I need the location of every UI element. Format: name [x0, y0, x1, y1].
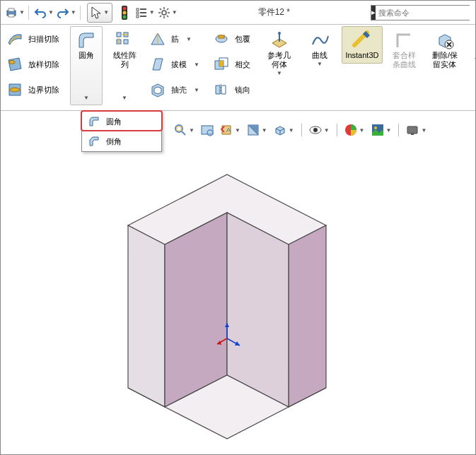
delete-keep-body-button[interactable]: 删除/保 留实体: [426, 26, 463, 73]
previous-view-icon[interactable]: A: [218, 122, 235, 138]
svg-rect-8: [137, 12, 139, 14]
chevron-down-icon[interactable]: ▼: [71, 9, 76, 16]
svg-point-43: [313, 128, 318, 132]
chevron-down-icon[interactable]: ▼: [48, 9, 54, 16]
instant3d-button[interactable]: Instant3D: [342, 26, 383, 64]
svg-point-6: [122, 15, 126, 18]
chevron-down-icon[interactable]: ▼: [19, 9, 25, 16]
undo-icon[interactable]: [33, 5, 48, 20]
model-3d: [1, 112, 475, 454]
svg-point-22: [9, 61, 15, 64]
swept-cut-icon: [6, 30, 24, 48]
svg-rect-23: [117, 32, 121, 37]
fillet-dropdown-menu: 圆角 倒角: [81, 111, 162, 152]
search-input[interactable]: [376, 6, 476, 20]
refgeom-label: 参考几 何体: [267, 51, 291, 69]
list-icon[interactable]: [134, 5, 149, 20]
svg-point-33: [278, 32, 281, 35]
composite-curve-button: 套合样 条曲线: [388, 26, 421, 73]
traffic-light-icon[interactable]: [117, 5, 132, 20]
scene-icon[interactable]: [369, 122, 386, 138]
command-search[interactable]: ▸: [371, 5, 470, 20]
reference-geometry-button[interactable]: 参考几 何体 ▼: [261, 26, 298, 81]
svg-rect-48: [411, 134, 414, 135]
intersect-button[interactable]: 相交: [210, 52, 255, 77]
fillet-icon: [76, 30, 97, 51]
wrap-button[interactable]: 包覆: [210, 26, 255, 52]
separator: [301, 124, 302, 136]
draft-icon: [149, 55, 167, 73]
view-orientation-icon[interactable]: [272, 122, 289, 138]
svg-rect-7: [137, 8, 139, 11]
lofted-cut-label: 放样切除: [28, 59, 59, 70]
chevron-down-icon: ▼: [186, 36, 192, 42]
chevron-down-icon[interactable]: ▼: [289, 127, 294, 134]
rib-button[interactable]: 筋 ▼: [146, 26, 204, 52]
linear-pattern-button[interactable]: 线性阵 列 ▼: [108, 26, 141, 105]
chevron-down-icon[interactable]: ▼: [262, 127, 267, 134]
select-tool[interactable]: ▼: [87, 3, 112, 23]
draft-button[interactable]: 拔模 ▼: [146, 52, 204, 77]
fillet-menu-label: 圆角: [106, 117, 122, 127]
zoom-area-icon[interactable]: [199, 122, 216, 138]
gear-icon[interactable]: [156, 5, 172, 20]
wrap-label: 包覆: [235, 34, 250, 45]
mirror-icon: [212, 81, 231, 99]
chevron-down-icon[interactable]: ▼: [235, 127, 240, 134]
fillet-button[interactable]: 圆角 ▼: [70, 26, 103, 105]
chevron-down-icon[interactable]: ▼: [149, 9, 155, 16]
print-icon[interactable]: [4, 5, 19, 20]
rib-label: 筋: [171, 34, 179, 45]
shell-icon: [149, 81, 167, 99]
swept-cut-button[interactable]: 扫描切除: [4, 26, 64, 52]
chevron-down-icon[interactable]: ▼: [189, 127, 195, 134]
svg-rect-47: [407, 126, 417, 134]
lofted-cut-button[interactable]: 放样切除: [4, 52, 64, 77]
svg-line-20: [167, 8, 168, 10]
boundary-cut-icon: [6, 81, 24, 99]
boundary-cut-button[interactable]: 边界切除: [4, 77, 64, 102]
delete-keep-label: 删除/保 留实体: [432, 51, 458, 69]
svg-line-19: [167, 16, 168, 17]
fillet-menu-item[interactable]: 圆角: [82, 112, 161, 131]
chevron-down-icon: ▼: [194, 61, 199, 68]
chamfer-menu-item[interactable]: 倒角: [82, 131, 161, 151]
lip-groove-button[interactable]: 唇缘/凹 槽: [469, 26, 476, 73]
chevron-down-icon[interactable]: ▼: [359, 127, 365, 134]
graphics-viewport[interactable]: [1, 112, 475, 454]
chevron-down-icon[interactable]: ▼: [421, 127, 426, 134]
chevron-down-icon[interactable]: ▼: [324, 127, 330, 134]
rib-icon: [149, 30, 167, 48]
curves-icon: [309, 30, 330, 51]
separator: [398, 124, 399, 136]
svg-point-13: [162, 11, 166, 15]
chamfer-icon: [88, 135, 100, 148]
intersect-label: 相交: [235, 59, 250, 70]
curves-button[interactable]: 曲线 ▼: [303, 26, 336, 71]
chevron-down-icon: ▼: [277, 70, 282, 77]
redo-icon[interactable]: [55, 5, 71, 20]
svg-rect-9: [137, 16, 139, 18]
zoom-fit-icon[interactable]: [172, 122, 189, 138]
mirror-button[interactable]: 镜向: [210, 77, 255, 102]
separator: [28, 6, 29, 20]
chevron-down-icon[interactable]: ▼: [172, 9, 178, 16]
document-title: 零件12 *: [178, 6, 371, 18]
composite-label: 套合样 条曲线: [393, 51, 416, 69]
chevron-down-icon[interactable]: ▼: [386, 127, 392, 134]
instant3d-label: Instant3D: [345, 51, 378, 60]
swept-cut-label: 扫描切除: [28, 34, 59, 45]
svg-point-4: [122, 6, 126, 10]
svg-rect-31: [219, 61, 224, 66]
svg-rect-37: [177, 126, 181, 131]
fillet-label: 圆角: [79, 51, 94, 60]
intersect-icon: [212, 55, 231, 73]
render-icon[interactable]: [404, 122, 421, 138]
appearance-icon[interactable]: [342, 122, 359, 138]
display-style-icon[interactable]: [307, 122, 324, 138]
shell-button[interactable]: 抽壳 ▼: [146, 77, 204, 102]
chamfer-menu-label: 倒角: [106, 136, 122, 147]
draft-label: 拔模: [171, 59, 187, 70]
ribbon-features: 扫描切除 放样切除 边界切除 圆角 ▼ 线性阵 列 ▼: [1, 25, 475, 111]
section-view-icon[interactable]: [245, 122, 262, 138]
